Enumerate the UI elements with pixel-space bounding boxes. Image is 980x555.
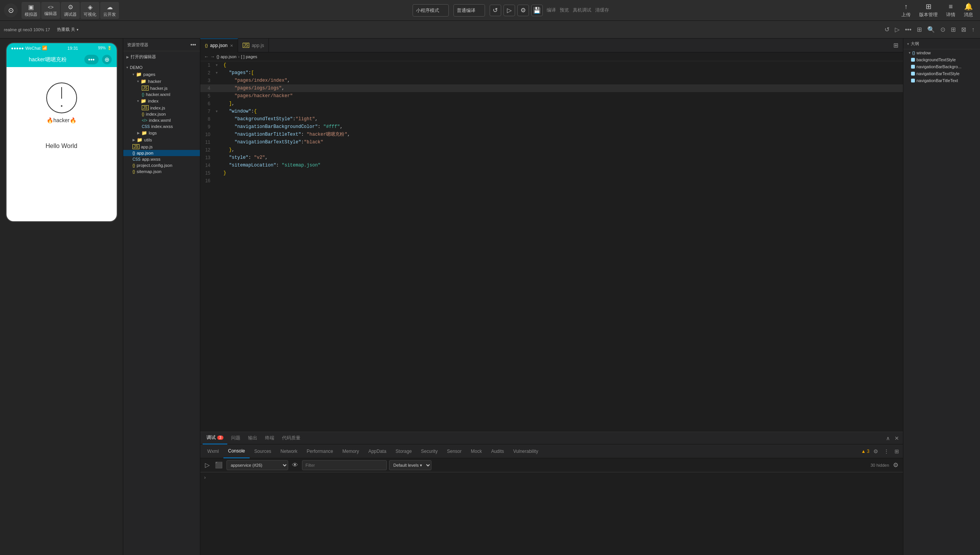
visualize-btn[interactable]: ◈ 可视化 (81, 2, 99, 19)
tab-app-js[interactable]: JS app.js (238, 39, 269, 52)
nav-forward-btn[interactable]: → (210, 54, 215, 59)
nav-back-btn[interactable]: ← (204, 54, 209, 59)
hot-reload-btn[interactable]: 热重载 关 ▾ (57, 27, 79, 32)
tab-app-json[interactable]: {} app.json ✕ (200, 39, 238, 52)
devtools-tab-mock[interactable]: Mock (466, 444, 487, 458)
devtools-appdata-label: AppData (368, 449, 386, 454)
fold-1[interactable]: ▾ (216, 61, 223, 69)
close-panel-btn[interactable]: ⊠ (960, 25, 968, 34)
split-editor-btn[interactable]: ⊞ (892, 41, 900, 50)
expand-btn[interactable]: ↑ (970, 25, 976, 34)
cloud-btn[interactable]: ☁ 云开发 (100, 2, 119, 19)
logs-folder[interactable]: ▶ 📁 logs (123, 130, 200, 136)
pages-folder[interactable]: ▾ 📁 pages (123, 71, 200, 78)
hacker-folder[interactable]: ▾ 📁 hacker (123, 78, 200, 85)
split-view-btn[interactable]: ⊞ (915, 25, 923, 34)
devtools-tab-appdata[interactable]: AppData (364, 444, 391, 458)
simulator-btn[interactable]: ▣ 模拟器 (22, 2, 40, 19)
app-wxss-file[interactable]: CSS app.wxss (123, 156, 200, 162)
devtools-tab-sensor[interactable]: Sensor (442, 444, 466, 458)
devtools-tab-network[interactable]: Network (276, 444, 302, 458)
editor-btn[interactable]: <> 编辑器 (41, 2, 60, 19)
outline-nav-bar-bg-color[interactable]: navigationBarBackgro... (903, 63, 980, 70)
warn-badge: ▲ 3 (861, 449, 869, 454)
hacker-js-file[interactable]: JS hacker.js (123, 85, 200, 91)
console-input[interactable] (208, 475, 899, 480)
console-settings-btn[interactable]: ⚙ (891, 461, 900, 469)
index-json-file[interactable]: {} index.json (123, 111, 200, 117)
outline-nav-bar-text-style[interactable]: navigationBarTextStyle (903, 70, 980, 77)
filetree-more-icon[interactable]: ••• (190, 42, 196, 48)
devtools-tab-wxml[interactable]: Wxml (203, 444, 223, 458)
more-small-btn[interactable]: ••• (903, 25, 913, 34)
message-btn[interactable]: 🔔 消息 (961, 1, 976, 20)
app-js-file[interactable]: JS app.js (123, 143, 200, 150)
close-panel-btn2[interactable]: ✕ (893, 434, 901, 442)
console-eye-btn[interactable]: 👁 (290, 461, 300, 469)
detail-btn[interactable]: ≡ 详情 (943, 1, 958, 20)
console-stop-btn[interactable]: ⬛ (213, 461, 224, 469)
refresh-btn[interactable]: ↺ (490, 5, 501, 16)
devtools-tab-vulnerability[interactable]: Vulnerability (508, 444, 543, 458)
code-editor[interactable]: 1 ▾ { 2 ▾ "pages":[ 3 "pages/index/index… (200, 61, 903, 432)
fold-7[interactable]: ▾ (216, 108, 223, 115)
collapse-panel-btn[interactable]: ∧ (884, 434, 891, 442)
outline-nav-bar-title-text[interactable]: navigationBarTitleText (903, 77, 980, 84)
devtools-tab-sources[interactable]: Sources (250, 444, 276, 458)
tab-debug[interactable]: 调试 3 (203, 432, 227, 444)
devtools-tab-performance[interactable]: Performance (302, 444, 338, 458)
index-wxml-file[interactable]: </> index.wxml (123, 117, 200, 123)
compile-small-btn[interactable]: ▷ (893, 25, 901, 34)
index-js-label: index.js (150, 106, 165, 110)
run-real-btn[interactable]: ⚙ (517, 5, 529, 16)
demo-folder-header[interactable]: ▾ DEMO (123, 64, 200, 71)
outline-prop-icon1 (911, 58, 915, 62)
warn-icon: ▲ (861, 449, 866, 454)
outline-bg-text-style-label: backgroundTextStyle (916, 57, 956, 62)
fold-5 (216, 92, 223, 100)
devtools-tab-security[interactable]: Security (416, 444, 442, 458)
app-json-file[interactable]: {} app.json (123, 150, 200, 156)
project-config-file[interactable]: {} project.config.json (123, 162, 200, 168)
index-js-file[interactable]: JS index.js (123, 104, 200, 111)
console-run-btn[interactable]: ▷ (203, 461, 211, 469)
preview-btn[interactable]: ▷ (503, 5, 515, 16)
filter-input[interactable] (302, 460, 387, 470)
tab-output[interactable]: 输出 (244, 432, 261, 444)
code-line-16: 16 (200, 177, 903, 185)
fold-2[interactable]: ▾ (216, 69, 223, 77)
tab-terminal[interactable]: 终端 (261, 432, 278, 444)
utils-folder[interactable]: ▶ 📁 utils (123, 136, 200, 143)
mode-dropdown[interactable]: 小程序模式 (413, 4, 449, 17)
tab-problem[interactable]: 问题 (227, 432, 244, 444)
devtools-settings-btn[interactable]: ⚙ (872, 447, 880, 455)
devtools-more-btn[interactable]: ⋮ (882, 447, 891, 455)
layers-btn[interactable]: ⊞ (949, 25, 957, 34)
line-content-6: ], (223, 100, 903, 108)
tab-code-quality[interactable]: 代码质量 (278, 432, 304, 444)
save-btn[interactable]: 💾 (531, 5, 543, 16)
open-editors-header[interactable]: ▶ 打开的编辑器 (123, 53, 200, 61)
devtools-tab-audits[interactable]: Audits (487, 444, 508, 458)
line-num-14: 14 (200, 161, 216, 169)
index-wxss-file[interactable]: CSS index.wxss (123, 123, 200, 130)
sitemap-file[interactable]: {} sitemap.json (123, 168, 200, 175)
devtools-tab-console[interactable]: Console (223, 444, 250, 458)
devtools-tab-storage[interactable]: Storage (391, 444, 416, 458)
devtools-layout-btn[interactable]: ⊞ (893, 447, 901, 455)
devtools-tab-memory[interactable]: Memory (338, 444, 364, 458)
service-select[interactable]: appservice (#26) (227, 460, 288, 470)
outline-window[interactable]: ▾ {} window (903, 49, 980, 56)
outline-bg-text-style[interactable]: backgroundTextStyle (903, 56, 980, 63)
refresh-small-btn[interactable]: ↺ (883, 25, 891, 34)
debugger-btn[interactable]: ⚙ 调试器 (61, 2, 80, 19)
hacker-wxml-file[interactable]: {} hacker.wxml (123, 91, 200, 98)
index-folder[interactable]: ▾ 📁 index (123, 98, 200, 104)
target-btn[interactable]: ⊙ (939, 25, 947, 34)
level-select[interactable]: Default levels ▾ (389, 460, 431, 470)
compile-dropdown[interactable]: 普通编译 (453, 4, 485, 17)
version-btn[interactable]: ⊞ 版本管理 (916, 1, 941, 20)
upload-btn[interactable]: ↑ 上传 (898, 1, 914, 20)
search-small-btn[interactable]: 🔍 (926, 25, 936, 34)
app-json-tab-close[interactable]: ✕ (230, 44, 233, 48)
